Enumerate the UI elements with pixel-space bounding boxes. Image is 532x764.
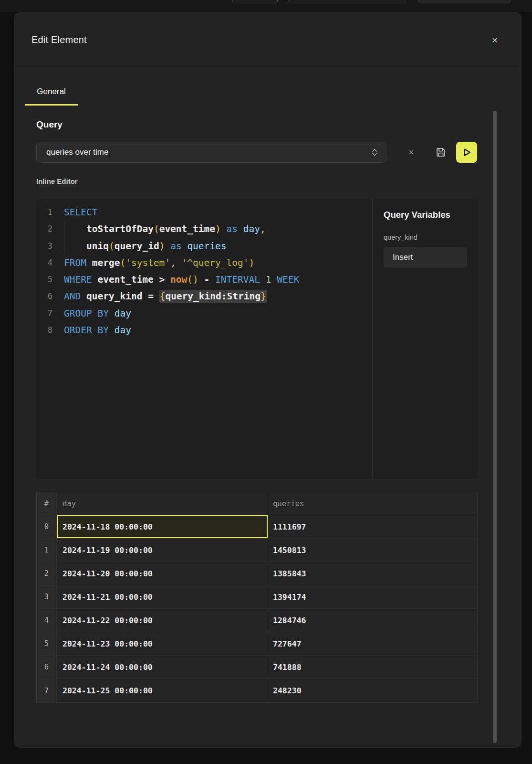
save-icon	[435, 147, 447, 158]
results-table: # day queries 02024-11-18 00:00:00111169…	[36, 492, 478, 703]
code-text: WHERE event_time > now() - INTERVAL 1 WE…	[64, 271, 299, 288]
variable-name: query_kind	[384, 233, 478, 241]
table-row: 02024-11-18 00:00:001111697	[37, 515, 477, 539]
table-row: 42024-11-22 00:00:001284746	[37, 609, 477, 632]
query-variable-token: {query_kind:String}	[159, 290, 267, 303]
queries-cell[interactable]: 1394174	[268, 585, 477, 609]
inline-editor: 1SELECT2toStartOfDay(event_time) as day,…	[36, 199, 478, 479]
code-line: 7GROUP BY day	[36, 305, 372, 322]
queries-cell[interactable]: 1450813	[268, 539, 477, 562]
day-cell[interactable]: 2024-11-19 00:00:00	[57, 539, 268, 562]
queries-cell[interactable]: 1385843	[268, 562, 477, 585]
queries-cell[interactable]: 1284746	[268, 609, 477, 632]
run-query-button[interactable]	[456, 142, 477, 163]
results-header-row: # day queries	[37, 492, 477, 515]
table-row: 52024-11-23 00:00:00727647	[37, 632, 477, 656]
code-line: 4FROM merge('system', '^query_log')	[36, 255, 372, 271]
sql-editor[interactable]: 1SELECT2toStartOfDay(event_time) as day,…	[36, 199, 372, 479]
query-variables-panel: Query Variables query_kind Insert	[372, 199, 478, 479]
code-line: 6AND query_kind = {query_kind:String}	[36, 288, 372, 305]
query-select[interactable]: queries over time	[36, 142, 386, 163]
day-cell[interactable]: 2024-11-22 00:00:00	[57, 609, 268, 632]
day-cell[interactable]: 2024-11-18 00:00:00	[57, 515, 268, 539]
queries-cell[interactable]: 1111697	[268, 515, 477, 539]
day-cell[interactable]: 2024-11-24 00:00:00	[57, 656, 268, 679]
table-row: 22024-11-20 00:00:001385843	[37, 562, 477, 585]
background-control	[232, 0, 278, 3]
row-index: 1	[37, 539, 57, 562]
insert-variable-button[interactable]: Insert	[384, 247, 467, 267]
save-query-button[interactable]	[430, 142, 451, 163]
line-number: 1	[36, 204, 52, 221]
code-text: toStartOfDay(event_time) as day,	[64, 221, 266, 237]
background-topbar	[0, 0, 532, 12]
day-cell[interactable]: 2024-11-21 00:00:00	[57, 585, 268, 609]
tab-general[interactable]: General	[25, 87, 78, 106]
row-index: 4	[37, 609, 57, 632]
row-index: 6	[37, 656, 57, 679]
header-divider	[14, 67, 522, 67]
edit-element-modal: Edit Element × General Query queries ove…	[14, 12, 522, 748]
row-index: 2	[37, 562, 57, 585]
row-index: 3	[37, 585, 57, 609]
row-index: 5	[37, 632, 57, 656]
close-button[interactable]: ×	[486, 32, 503, 49]
code-text: uniq(query_id) as queries	[64, 238, 227, 255]
query-variables-title: Query Variables	[384, 210, 478, 220]
select-stepper-icon	[371, 148, 378, 157]
line-number: 6	[36, 288, 52, 305]
code-text: ORDER BY day	[64, 322, 131, 339]
day-cell[interactable]: 2024-11-25 00:00:00	[57, 679, 268, 702]
line-number: 5	[36, 271, 52, 288]
clear-icon: ×	[409, 148, 414, 158]
indent-guide	[64, 238, 86, 255]
code-line: 8ORDER BY day	[36, 322, 372, 339]
line-number: 2	[36, 221, 52, 237]
background-control	[418, 0, 511, 3]
queries-cell[interactable]: 248230	[268, 679, 477, 702]
modal-title: Edit Element	[31, 34, 87, 45]
table-row: 12024-11-19 00:00:001450813	[37, 539, 477, 562]
code-text: SELECT	[64, 204, 97, 221]
code-text: FROM merge('system', '^query_log')	[64, 255, 254, 271]
modal-scrollbar-thumb[interactable]	[493, 111, 497, 743]
background-control	[287, 0, 406, 3]
code-line: 5WHERE event_time > now() - INTERVAL 1 W…	[36, 271, 372, 288]
row-index: 7	[37, 679, 57, 702]
day-cell[interactable]: 2024-11-20 00:00:00	[57, 562, 268, 585]
table-row: 72024-11-25 00:00:00248230	[37, 679, 477, 702]
play-icon	[461, 147, 472, 158]
clear-query-button[interactable]: ×	[401, 142, 422, 163]
day-cell[interactable]: 2024-11-23 00:00:00	[57, 632, 268, 656]
close-icon: ×	[492, 34, 498, 46]
indent-guide	[64, 221, 86, 237]
code-line: 2toStartOfDay(event_time) as day,	[36, 221, 372, 237]
table-row: 62024-11-24 00:00:00741888	[37, 656, 477, 679]
code-text: GROUP BY day	[64, 305, 131, 322]
queries-cell[interactable]: 727647	[268, 632, 477, 656]
column-header-queries: queries	[268, 492, 477, 515]
table-row: 32024-11-21 00:00:001394174	[37, 585, 477, 609]
line-number: 4	[36, 255, 52, 271]
queries-cell[interactable]: 741888	[268, 656, 477, 679]
query-select-value: queries over time	[46, 148, 371, 157]
line-number: 3	[36, 238, 52, 255]
query-heading: Query	[36, 119, 63, 130]
column-header-index: #	[37, 492, 57, 515]
inline-editor-label: Inline Editor	[36, 177, 78, 185]
results-rows: 02024-11-18 00:00:00111169712024-11-19 0…	[37, 515, 477, 702]
column-header-day: day	[57, 492, 268, 515]
line-number: 7	[36, 305, 52, 322]
line-number: 8	[36, 322, 52, 339]
code-text: AND query_kind = {query_kind:String}	[64, 288, 267, 305]
code-line: 3uniq(query_id) as queries	[36, 238, 372, 255]
code-line: 1SELECT	[36, 204, 372, 221]
row-index: 0	[37, 515, 57, 539]
